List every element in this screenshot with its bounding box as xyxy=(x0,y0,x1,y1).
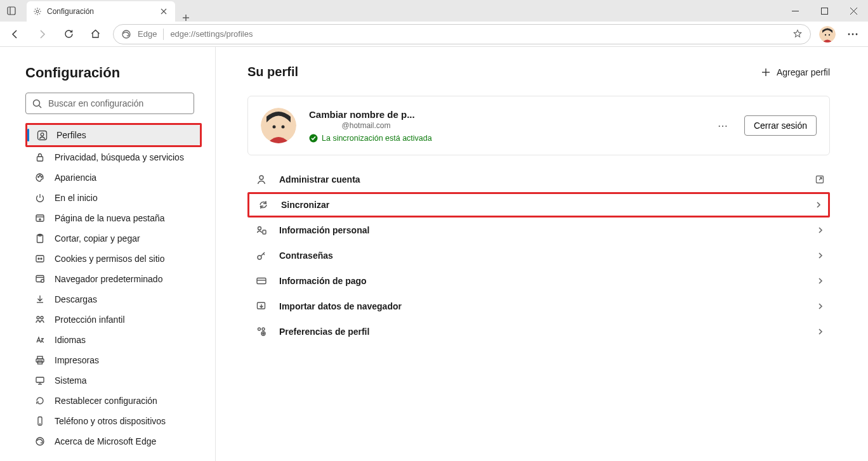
chevron-right-icon xyxy=(816,302,825,311)
sidebar-item-reset[interactable]: Restablecer configuración xyxy=(25,391,202,411)
sidebar-item-label: Idiomas xyxy=(55,335,86,345)
sidebar-item-label: Teléfono y otros dispositivos xyxy=(55,416,166,426)
prefs-icon xyxy=(255,325,268,338)
window-controls xyxy=(780,0,868,22)
refresh-button[interactable] xyxy=(56,23,81,46)
page-title: Su perfil xyxy=(247,65,298,79)
row-passwords[interactable]: Contraseñas xyxy=(247,243,830,268)
profile-more-button[interactable]: ⋯ xyxy=(714,120,732,132)
sidebar-item-privacy[interactable]: Privacidad, búsqueda y servicios xyxy=(25,147,202,167)
person-icon xyxy=(255,173,268,186)
row-label: Preferencias de perfil xyxy=(279,327,805,337)
sidebar-item-label: Apariencia xyxy=(55,172,96,183)
external-link-icon xyxy=(815,174,825,185)
svg-point-33 xyxy=(38,258,39,259)
system-icon xyxy=(34,375,46,386)
titlebar: Configuración xyxy=(0,0,868,22)
row-import[interactable]: Importar datos de navegador xyxy=(247,294,830,319)
sidebar-item-downloads[interactable]: Descargas xyxy=(25,289,202,309)
home-button[interactable] xyxy=(82,23,108,46)
download-icon xyxy=(34,294,46,305)
family-icon xyxy=(34,314,46,325)
address-separator xyxy=(163,29,164,40)
svg-point-53 xyxy=(273,126,276,129)
favorites-icon[interactable] xyxy=(792,29,803,39)
address-bar[interactable]: Edge edge://settings/profiles xyxy=(113,24,811,44)
svg-rect-8 xyxy=(821,8,827,14)
sidebar-item-default-browser[interactable]: Navegador predeterminado xyxy=(25,269,202,289)
add-profile-button[interactable]: Agregar perfil xyxy=(761,67,830,77)
row-label: Administrar cuenta xyxy=(279,174,803,185)
close-icon[interactable] xyxy=(159,6,169,16)
svg-point-2 xyxy=(36,10,39,13)
close-window-button[interactable] xyxy=(839,0,868,22)
row-personal-info[interactable]: Información personal xyxy=(247,218,830,243)
search-input[interactable] xyxy=(48,98,187,108)
svg-point-13 xyxy=(825,34,826,35)
sidebar-item-label: Cortar, copiar y pegar xyxy=(55,233,140,243)
app-menu-button[interactable] xyxy=(840,23,865,46)
row-manage-account[interactable]: Administrar cuenta xyxy=(247,167,830,192)
sidebar-title: Configuración xyxy=(25,65,200,81)
highlight-profiles: Perfiles xyxy=(25,123,202,147)
sidebar-list: Perfiles Privacidad, búsqueda y servicio… xyxy=(25,123,202,451)
svg-point-21 xyxy=(41,133,44,136)
new-tab-button[interactable] xyxy=(175,14,197,22)
sidebar-item-label: En el inicio xyxy=(55,193,98,203)
back-button[interactable] xyxy=(3,23,28,46)
appearance-icon xyxy=(34,172,46,183)
main-header: Su perfil Agregar perfil xyxy=(247,65,830,79)
clipboard-icon xyxy=(34,233,46,244)
row-profile-prefs[interactable]: Preferencias de perfil xyxy=(247,319,830,344)
avatar xyxy=(261,108,296,143)
settings-main: Su perfil Agregar perfil Cambiar nombre … xyxy=(216,47,868,461)
maximize-button[interactable] xyxy=(810,0,839,22)
row-sync[interactable]: Sincronizar xyxy=(247,192,830,218)
chevron-right-icon xyxy=(816,327,825,336)
forward-button[interactable] xyxy=(29,23,55,46)
phone-icon xyxy=(34,415,46,427)
sidebar-item-label: Protección infantil xyxy=(55,315,125,325)
sidebar-item-label: Acerca de Microsoft Edge xyxy=(55,436,156,446)
sidebar-item-family[interactable]: Protección infantil xyxy=(25,309,202,330)
svg-point-34 xyxy=(41,258,42,259)
chevron-right-icon xyxy=(814,200,823,209)
add-profile-label: Agregar perfil xyxy=(777,67,830,77)
sidebar-item-profiles[interactable]: Perfiles xyxy=(27,125,200,145)
svg-point-39 xyxy=(37,316,39,319)
svg-rect-0 xyxy=(8,7,15,15)
sidebar-item-cookies[interactable]: Cookies y permisos del sitio xyxy=(25,249,202,269)
profile-icon xyxy=(36,129,48,141)
sidebar-item-printers[interactable]: Impresoras xyxy=(25,350,202,370)
profile-info: Cambiar nombre de p... @hotmail.com La s… xyxy=(309,109,701,143)
gear-icon xyxy=(33,7,42,16)
row-label: Sincronizar xyxy=(281,200,803,210)
sidebar-item-system[interactable]: Sistema xyxy=(25,370,202,391)
sidebar-item-startup[interactable]: En el inicio xyxy=(25,188,202,208)
svg-rect-59 xyxy=(263,230,266,234)
newtab-icon xyxy=(34,212,46,224)
sidebar-item-phone[interactable]: Teléfono y otros dispositivos xyxy=(25,411,202,431)
reset-icon xyxy=(34,395,46,406)
minimize-button[interactable] xyxy=(780,0,810,22)
sidebar-item-about[interactable]: Acerca de Microsoft Edge xyxy=(25,431,202,451)
svg-point-24 xyxy=(39,175,41,176)
address-edge-label: Edge xyxy=(138,29,157,39)
sidebar-item-appearance[interactable]: Apariencia xyxy=(25,167,202,188)
sidebar-item-clipboard[interactable]: Cortar, copiar y pegar xyxy=(25,228,202,249)
sync-status-text: La sincronización está activada xyxy=(322,134,432,143)
chevron-right-icon xyxy=(816,276,825,285)
profile-name: Cambiar nombre de p... xyxy=(309,109,415,120)
settings-search[interactable] xyxy=(25,93,194,114)
browser-tab[interactable]: Configuración xyxy=(27,1,175,22)
sidebar-item-newtab[interactable]: Página de la nueva pestaña xyxy=(25,208,202,228)
lock-icon xyxy=(34,152,46,163)
sync-status: La sincronización está activada xyxy=(309,134,701,143)
sidebar-item-languages[interactable]: Idiomas xyxy=(25,330,202,350)
svg-rect-20 xyxy=(37,131,46,140)
profile-avatar-button[interactable] xyxy=(816,23,839,46)
row-payment[interactable]: Información de pago xyxy=(247,268,830,294)
tab-actions-button[interactable] xyxy=(0,0,23,22)
checkmark-icon xyxy=(309,134,318,143)
signout-button[interactable]: Cerrar sesión xyxy=(744,115,817,136)
